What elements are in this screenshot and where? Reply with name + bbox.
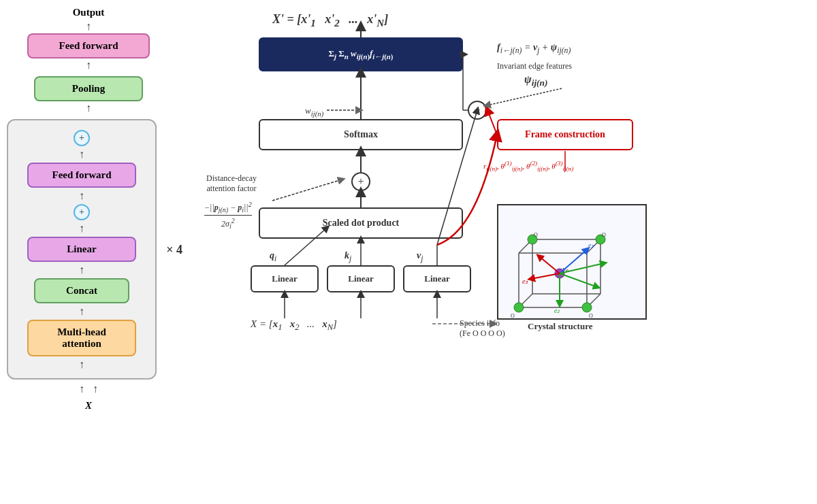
q-label: qi	[270, 250, 276, 263]
plus-circle-top: +	[74, 130, 90, 146]
mha-block: Multi-head attention	[27, 320, 136, 356]
arrow4: ↑	[15, 190, 148, 201]
arrow3: ↑	[15, 149, 148, 160]
arrow2: ↑	[7, 103, 170, 114]
plus-circle-mid: +	[74, 204, 90, 220]
r-formula: rij(n), θ(1)ij(n), θ(2)ij(n), θ(3)ij(n)	[483, 160, 573, 172]
svg-text:O: O	[511, 313, 515, 319]
concat-block: Concat	[34, 278, 129, 303]
psi-label: ψij(n)	[524, 73, 547, 88]
top-formula: X' = [x'1 x'2 ... x'N]	[272, 12, 388, 29]
scaled-dot-product-box: Scaled dot product	[259, 207, 463, 239]
k-label: kj	[345, 250, 351, 263]
feed-forward-mid-block: Feed forward	[27, 163, 136, 188]
svg-line-47	[487, 110, 497, 135]
svg-line-30	[539, 256, 560, 273]
times-label: × 4	[166, 242, 182, 256]
svg-line-39	[272, 180, 342, 201]
crystal-structure-label: Crystal structure	[528, 321, 592, 332]
left-panel: Output ↑ Feed forward ↑ Pooling ↑ × 4 + …	[7, 7, 170, 497]
svg-text:O: O	[534, 232, 538, 238]
w-label: wij(n)	[305, 105, 323, 118]
f-formula: fi←j(n) = vj + ψij(n)	[497, 42, 571, 55]
svg-line-49	[487, 88, 562, 105]
svg-point-15	[582, 303, 592, 312]
softmax-box: Softmax	[259, 119, 463, 150]
linear-box-1: Linear	[251, 265, 319, 292]
arrow-to-output: ↑	[7, 21, 170, 32]
crystal-structure-box: Fe O O O O e₁ e₂ e₃	[497, 204, 647, 320]
arrow8: ↑	[15, 359, 148, 370]
arrow5: ↑	[15, 223, 148, 234]
input-x-label: X	[7, 400, 170, 411]
plus-circle-center: +	[351, 172, 370, 191]
feed-forward-top-block: Feed forward	[27, 33, 150, 58]
linear-box-3: Linear	[403, 265, 471, 292]
arrow7: ↑	[15, 306, 148, 317]
right-diagram: X' = [x'1 x'2 ... x'N] Σj Σn wij(n)fi←j(…	[191, 0, 817, 504]
x-input-formula: X = [x1 x2 ... xN]	[251, 318, 337, 333]
linear-box-2: Linear	[327, 265, 395, 292]
arrow-input-left: ↑ ↑	[79, 384, 98, 394]
distance-decay-label: Distance-decayattention factor	[191, 173, 272, 194]
repeating-block: × 4 + ↑ Feed forward ↑ + ↑ Linear ↑ Conc…	[7, 119, 157, 380]
species-info-label: Species info(Fe O O O O)	[460, 318, 505, 339]
pooling-block: Pooling	[34, 76, 143, 101]
sum-box: Σj Σn wij(n)fi←j(n)	[259, 37, 463, 71]
svg-point-14	[514, 303, 524, 312]
distance-formula: −||pj(n) − pi||2 2σi2	[204, 201, 252, 231]
frame-construction-box: Frame construction	[497, 119, 633, 150]
inv-edge-label: Invariant edge features	[497, 61, 572, 71]
svg-text:O: O	[589, 313, 593, 319]
arrow6: ↑	[15, 265, 148, 275]
svg-line-29	[560, 273, 597, 287]
arrow1: ↑	[7, 60, 170, 71]
plus-circle-right: +	[468, 101, 487, 120]
svg-text:e₁: e₁	[588, 241, 594, 249]
svg-text:e₃: e₃	[522, 278, 528, 285]
svg-text:e₂: e₂	[554, 307, 560, 314]
svg-text:O: O	[602, 232, 606, 238]
linear-block-left: Linear	[27, 237, 136, 262]
v-label: vj	[417, 250, 423, 263]
output-label: Output	[7, 7, 170, 18]
